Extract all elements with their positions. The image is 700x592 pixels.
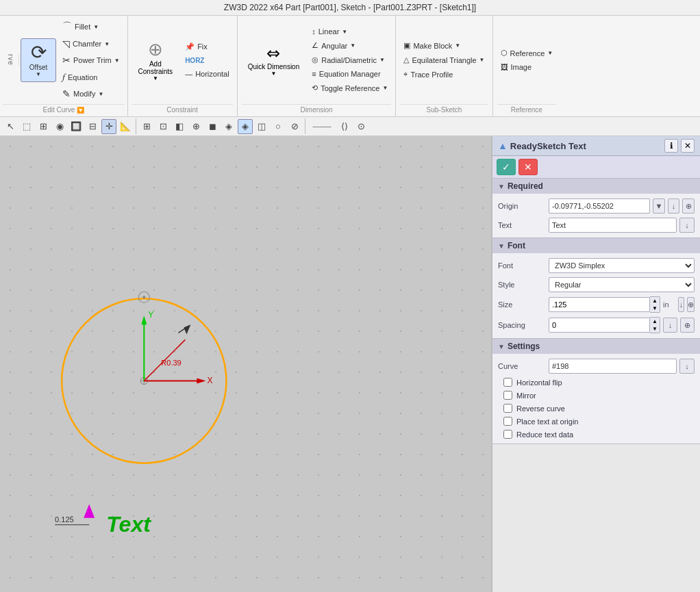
chamfer-arrow[interactable]: ▼ <box>104 41 110 47</box>
place-at-origin-checkbox[interactable] <box>503 417 512 426</box>
text-input[interactable] <box>549 218 677 233</box>
style-select[interactable]: Regular <box>549 277 695 292</box>
spacing-pick-btn[interactable]: ↓ <box>663 318 677 333</box>
equilateral-button[interactable]: △ Equilateral Triangle ▼ <box>400 53 488 66</box>
size-down-arrow[interactable]: ▼ <box>650 305 660 312</box>
point-snap-tool[interactable]: ✛ <box>101 119 116 134</box>
fillet-button[interactable]: ⌒ Fillet ▼ <box>59 18 123 35</box>
size-up-arrow[interactable]: ▲ <box>650 297 660 305</box>
make-block-button[interactable]: ▣ Make Block ▼ <box>400 39 488 52</box>
horizontal-label-button[interactable]: — Horizontal <box>182 68 233 80</box>
quick-dim-label: Quick Dimension <box>248 63 300 70</box>
sketch-ref-tool[interactable]: ○ <box>271 119 286 134</box>
toggle-ref-button[interactable]: ⟲ Toggle Reference ▼ <box>308 81 391 94</box>
make-block-label: Make Block <box>413 42 452 50</box>
angular-label: Angular <box>321 42 347 50</box>
size-input[interactable] <box>549 297 650 312</box>
spacing-up-arrow[interactable]: ▲ <box>650 318 660 325</box>
power-trim-icon: ✂ <box>62 55 71 66</box>
box-select-tool[interactable]: ⊞ <box>36 119 51 134</box>
quick-dim-arrow[interactable]: ▼ <box>271 70 276 77</box>
snap-grid-tool[interactable]: ⊡ <box>155 119 171 134</box>
sketch-select-tool[interactable]: ◉ <box>52 119 67 134</box>
offset-button[interactable]: ⟳ Offset ▼ <box>21 38 56 82</box>
3d-tool[interactable]: 🔲 <box>68 119 84 134</box>
sketch-toggle-tool[interactable]: ◈ <box>221 119 236 134</box>
linear-button[interactable]: ↕ Linear ▼ <box>308 25 391 38</box>
edit-curve-group: rve ⟳ Offset ▼ ⌒ Fillet ▼ ◹ Chamfer ▼ <box>0 16 128 116</box>
measure-tool[interactable]: 📐 <box>118 119 133 134</box>
dim-small-btns: ↕ Linear ▼ ∠ Angular ▼ ◎ Radial/Diametri… <box>308 17 391 103</box>
origin-input[interactable] <box>549 198 650 214</box>
panel-close-button[interactable]: ✕ <box>681 139 695 153</box>
origin-dropdown-btn[interactable]: ▼ <box>653 198 665 214</box>
chamfer-button[interactable]: ◹ Chamfer ▼ <box>59 36 123 51</box>
reverse-curve-checkbox[interactable] <box>503 404 512 413</box>
font-section-header[interactable]: ▼ Font <box>492 238 700 253</box>
reference-arrow[interactable]: ▼ <box>547 50 553 56</box>
spacing-input[interactable] <box>549 318 650 333</box>
power-trim-arrow[interactable]: ▼ <box>114 57 120 64</box>
sketch-active-tool[interactable]: ◈ <box>238 119 253 134</box>
panel-ok-button[interactable]: ✓ <box>497 159 516 175</box>
line-style-tool[interactable]: ——— <box>308 119 336 134</box>
grid-tool[interactable]: ⊞ <box>139 119 154 134</box>
canvas-area[interactable]: Y X R0.39 0.125 Text <box>0 136 491 592</box>
chamfer-label: Chamfer <box>73 40 101 48</box>
layer-tool[interactable]: ⊟ <box>85 119 100 134</box>
sketch-hide-tool[interactable]: ◫ <box>254 119 269 134</box>
settings-section-header[interactable]: ▼ Settings <box>492 339 700 354</box>
radial-button[interactable]: ◎ Radial/Diametric ▼ <box>308 53 391 66</box>
select-tool[interactable]: ⬚ <box>19 119 34 134</box>
reference-button[interactable]: ⬡ Reference ▼ <box>497 47 557 60</box>
shape-tool[interactable]: ⟨⟩ <box>337 119 352 134</box>
mirror-checkbox[interactable] <box>503 391 512 400</box>
ellipse-tool[interactable]: ⊙ <box>353 119 368 134</box>
linear-arrow[interactable]: ▼ <box>342 29 347 35</box>
modify-button[interactable]: ✎ Modify ▼ <box>59 86 123 101</box>
fill-tool[interactable]: ◼ <box>205 119 220 134</box>
view-tool[interactable]: ⊕ <box>188 119 203 134</box>
panel-info-button[interactable]: ℹ <box>664 139 678 153</box>
size-extra-btn[interactable]: ⊕ <box>687 297 695 312</box>
fix-button[interactable]: 📌 Fix <box>182 40 233 53</box>
toggle-ref-arrow[interactable]: ▼ <box>382 85 388 91</box>
spacing-down-arrow[interactable]: ▼ <box>650 325 660 333</box>
angular-arrow[interactable]: ▼ <box>350 42 355 49</box>
angular-button[interactable]: ∠ Angular ▼ <box>308 39 391 52</box>
size-pick-btn[interactable]: ↓ <box>678 297 684 312</box>
edit-curve-expand[interactable]: 🔽 <box>77 107 84 114</box>
add-constraints-button[interactable]: ⊕ AddConstraints ▼ <box>132 17 179 103</box>
offset-dropdown[interactable]: ▼ <box>36 71 41 77</box>
add-constraints-label: AddConstraints <box>138 60 173 75</box>
cursor-tool[interactable]: ↖ <box>3 119 18 134</box>
text-pick-btn[interactable]: ↓ <box>679 218 695 233</box>
origin-pick-btn[interactable]: ↓ <box>668 198 680 214</box>
panel-cancel-button[interactable]: ✕ <box>518 159 538 175</box>
fillet-arrow[interactable]: ▼ <box>93 24 99 30</box>
eq-manager-button[interactable]: ≡ Equation Manager <box>308 68 391 80</box>
image-button[interactable]: 🖼 Image <box>497 61 557 73</box>
curve-pick-btn[interactable]: ↓ <box>679 359 695 374</box>
modify-arrow[interactable]: ▼ <box>98 91 103 97</box>
equilateral-arrow[interactable]: ▼ <box>479 57 485 63</box>
reference-label: Reference <box>497 104 557 115</box>
toolbar-separator-2 <box>305 118 305 134</box>
reduce-text-checkbox[interactable] <box>503 430 512 439</box>
add-constraints-arrow[interactable]: ▼ <box>153 75 158 81</box>
radial-arrow[interactable]: ▼ <box>379 57 385 63</box>
trace-profile-button[interactable]: ⌖ Trace Profile <box>400 68 488 81</box>
font-name-select[interactable]: ZW3D Simplex <box>549 258 695 273</box>
display-tool[interactable]: ◧ <box>172 119 187 134</box>
quick-dim-button[interactable]: ⇔ Quick Dimension ▼ <box>242 17 306 103</box>
origin-extra-btn[interactable]: ⊕ <box>682 198 695 214</box>
make-block-arrow[interactable]: ▼ <box>455 42 460 49</box>
curve-input[interactable] <box>549 359 677 374</box>
horizontal-button[interactable]: HORZ <box>182 55 233 66</box>
horizontal-flip-checkbox[interactable] <box>503 378 512 387</box>
equation-button[interactable]: 𝑓 Equation <box>59 69 123 85</box>
spacing-extra-btn[interactable]: ⊕ <box>680 318 695 333</box>
power-trim-button[interactable]: ✂ Power Trim ▼ <box>59 53 123 68</box>
misc-tool[interactable]: ⊘ <box>287 119 302 134</box>
required-section-header[interactable]: ▼ Required <box>492 179 700 194</box>
